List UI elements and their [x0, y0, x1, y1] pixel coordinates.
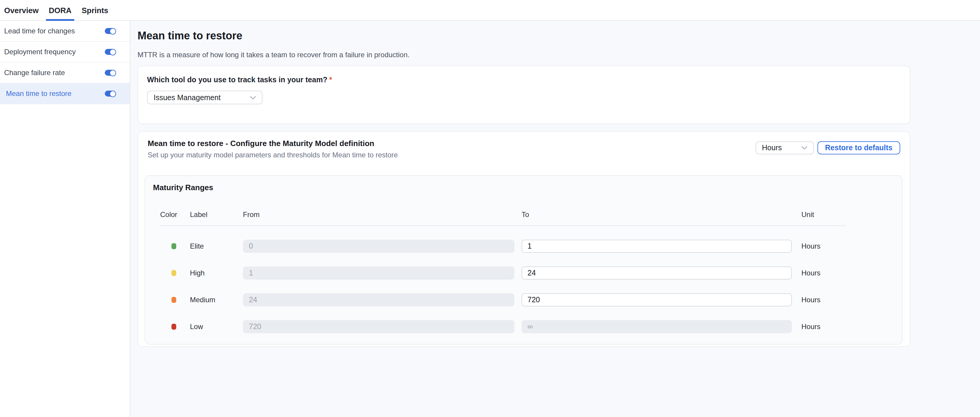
required-mark: * [329, 76, 332, 84]
sidebar-item-change-failure-rate[interactable]: Change failure rate [0, 62, 130, 83]
tab-dora-label: DORA [49, 6, 72, 14]
elite-from-input [243, 240, 514, 253]
deployment-frequency-toggle[interactable] [105, 49, 116, 55]
column-header-color: Color [160, 211, 190, 219]
table-header-divider [160, 225, 846, 226]
change-failure-rate-toggle[interactable] [105, 70, 116, 76]
range-label: Medium [190, 296, 243, 304]
table-row-medium: Medium Hours [160, 293, 846, 307]
page-description: MTTR is a measure of how long it takes a… [138, 51, 980, 59]
unit-value: Hours [801, 323, 846, 331]
maturity-ranges-table: Color Label From To Unit Elite [160, 211, 846, 333]
unit-select-value: Hours [762, 144, 801, 152]
low-to-input [522, 320, 792, 333]
table-row-elite: Elite Hours [160, 240, 846, 253]
toggle-knob [109, 49, 116, 55]
toggle-knob [109, 90, 116, 97]
maturity-card-title: Mean time to restore - Configure the Mat… [148, 139, 756, 148]
high-to-input[interactable] [522, 267, 792, 280]
toggle-knob [109, 69, 116, 76]
sidebar-item-deployment-frequency[interactable]: Deployment frequency [0, 42, 130, 62]
restore-to-defaults-button[interactable]: Restore to defaults [818, 141, 900, 154]
low-color-swatch [172, 324, 176, 330]
medium-color-swatch [172, 297, 176, 303]
sidebar-item-label: Lead time for changes [4, 27, 105, 35]
column-header-label: Label [190, 211, 243, 219]
sidebar-item-label: Change failure rate [4, 69, 105, 77]
app-root: Overview DORA Sprints Lead time for chan… [0, 0, 980, 417]
active-tab-indicator [46, 19, 75, 21]
tool-selection-card: Which tool do you use to track tasks in … [138, 66, 910, 124]
table-row-high: High Hours [160, 267, 846, 280]
tab-overview-label: Overview [4, 6, 39, 14]
tool-select[interactable]: Issues Management [147, 91, 262, 104]
unit-value: Hours [801, 242, 846, 250]
metrics-sidebar: Lead time for changes Deployment frequen… [0, 21, 130, 417]
tab-sprints-label: Sprints [81, 6, 108, 14]
chevron-down-icon [801, 146, 807, 150]
page-title: Mean time to restore [138, 30, 980, 42]
main-content: Mean time to restore MTTR is a measure o… [130, 21, 980, 417]
elite-to-input[interactable] [522, 240, 792, 253]
sidebar-item-label: Mean time to restore [6, 89, 105, 98]
elite-color-swatch [172, 243, 176, 249]
unit-select[interactable]: Hours [756, 141, 814, 154]
chevron-down-icon [250, 96, 256, 99]
unit-value: Hours [801, 296, 846, 304]
column-header-to: To [522, 211, 792, 219]
toggle-knob [109, 28, 116, 34]
sidebar-item-mean-time-to-restore[interactable]: Mean time to restore [0, 83, 130, 104]
tool-question-text: Which tool do you use to track tasks in … [147, 76, 328, 84]
column-header-unit: Unit [801, 211, 846, 219]
sidebar-item-label: Deployment frequency [4, 48, 105, 56]
medium-from-input [243, 293, 514, 307]
high-from-input [243, 267, 514, 280]
range-label: Elite [190, 242, 243, 250]
range-label: High [190, 269, 243, 277]
table-header-row: Color Label From To Unit [160, 211, 846, 219]
maturity-ranges-card: Maturity Ranges Color Label From To Unit [145, 175, 903, 345]
tool-select-value: Issues Management [154, 93, 250, 102]
medium-to-input[interactable] [522, 293, 792, 307]
top-tab-bar: Overview DORA Sprints [0, 0, 980, 21]
maturity-card-subtitle: Set up your maturity model parameters an… [148, 151, 756, 159]
maturity-model-card: Mean time to restore - Configure the Mat… [138, 131, 910, 347]
column-header-from: From [243, 211, 514, 219]
tool-question-label: Which tool do you use to track tasks in … [147, 76, 901, 84]
maturity-ranges-title: Maturity Ranges [153, 183, 902, 192]
unit-value: Hours [801, 269, 846, 277]
tab-sprints[interactable]: Sprints [77, 0, 113, 20]
tab-dora[interactable]: DORA [45, 0, 76, 20]
high-color-swatch [172, 270, 176, 276]
tab-overview[interactable]: Overview [0, 0, 43, 20]
mean-time-to-restore-toggle[interactable] [105, 91, 116, 97]
lead-time-toggle[interactable] [105, 28, 116, 34]
sidebar-item-lead-time-for-changes[interactable]: Lead time for changes [0, 21, 130, 42]
table-row-low: Low Hours [160, 320, 846, 333]
range-label: Low [190, 323, 243, 331]
low-from-input [243, 320, 514, 333]
